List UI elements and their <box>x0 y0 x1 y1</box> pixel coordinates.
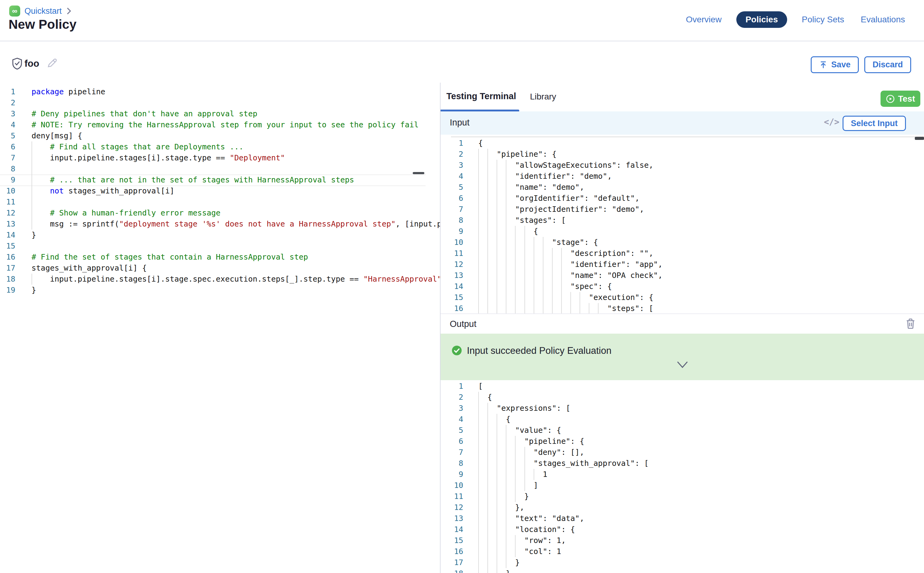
code-line[interactable]: "description": "", <box>478 248 653 259</box>
code-line[interactable]: not stages_with_approval[i] <box>31 185 174 197</box>
line-number: 5 <box>440 425 463 436</box>
code-line[interactable]: "pipeline": { <box>478 149 557 160</box>
code-line[interactable]: stages_with_approval[i] { <box>31 263 147 274</box>
code-brackets-icon[interactable]: </> <box>824 117 839 127</box>
line-number: 7 <box>440 447 463 458</box>
code-line[interactable]: "expressions": [ <box>478 403 570 414</box>
input-editor-scrollbar-thumb[interactable] <box>915 137 924 140</box>
code-line[interactable]: } <box>478 568 511 573</box>
line-number: 1 <box>0 86 15 97</box>
input-editor-scrollbar[interactable] <box>451 136 924 138</box>
code-line[interactable]: "identifier": "app", <box>478 259 662 270</box>
code-line[interactable]: # Show a human-friendly error message <box>31 208 221 219</box>
code-line[interactable]: package pipeline <box>31 86 105 97</box>
line-number: 6 <box>440 436 463 447</box>
nav-tab-policy-sets[interactable]: Policy Sets <box>800 12 846 28</box>
code-line[interactable]: # Find all stages that are Deployments .… <box>31 141 243 152</box>
code-line[interactable]: "location": { <box>478 524 575 535</box>
code-line[interactable]: "deny": [], <box>478 447 584 458</box>
policy-code-editor[interactable]: 1package pipeline23# Deny pipelines that… <box>0 83 440 573</box>
code-line[interactable]: "col": 1 <box>478 546 561 557</box>
code-line[interactable]: } <box>31 230 36 241</box>
code-line[interactable]: "text": "data", <box>478 513 584 524</box>
upload-arrow-icon <box>819 61 828 69</box>
code-line[interactable]: # ... that are not in the set of stages … <box>31 174 354 185</box>
code-line[interactable]: # Find the set of stages that contain a … <box>31 252 308 263</box>
code-line[interactable]: }, <box>478 502 525 513</box>
line-number: 9 <box>440 469 463 480</box>
code-line[interactable]: 1 <box>478 469 547 480</box>
line-number: 11 <box>440 248 463 259</box>
code-line[interactable]: "orgIdentifier": "default", <box>478 193 640 204</box>
code-line[interactable]: "projectIdentifier": "demo", <box>478 204 644 215</box>
line-number: 4 <box>0 119 15 130</box>
code-line[interactable]: "identifier": "demo", <box>478 171 612 182</box>
editor-scrollbar-thumb[interactable] <box>413 172 424 174</box>
line-number: 12 <box>440 259 463 270</box>
nav-tab-policies[interactable]: Policies <box>736 11 787 28</box>
policy-shield-icon <box>12 58 23 71</box>
code-line[interactable]: "execution": { <box>478 292 653 303</box>
code-line[interactable]: "spec": { <box>478 281 612 292</box>
code-line[interactable]: { <box>478 138 483 149</box>
code-line[interactable]: "allowStageExecutions": false, <box>478 160 653 171</box>
select-input-button[interactable]: Select Input <box>843 116 906 131</box>
code-line[interactable]: input.pipeline.stages[i].stage.type == "… <box>31 152 285 163</box>
save-button[interactable]: Save <box>811 56 859 73</box>
code-line[interactable]: } <box>31 285 36 296</box>
line-number: 11 <box>0 197 15 208</box>
line-number: 3 <box>0 108 15 119</box>
line-number: 10 <box>440 237 463 248</box>
line-number: 5 <box>440 182 463 193</box>
expand-chevron-down-icon[interactable] <box>676 360 689 370</box>
output-json-editor[interactable]: 1[2 {3 "expressions": [4 {5 "value": {6 … <box>440 380 924 573</box>
code-line[interactable]: [ <box>478 381 483 392</box>
evaluation-success-banner: Input succeeded Policy Evaluation <box>440 333 924 380</box>
code-line[interactable]: deny[msg] { <box>31 130 82 141</box>
code-line[interactable]: ] <box>478 480 538 491</box>
code-line[interactable]: "name": "OPA check", <box>478 270 662 281</box>
line-number: 6 <box>440 193 463 204</box>
code-line[interactable]: "stages": [ <box>478 215 566 226</box>
code-line[interactable]: { <box>478 392 492 403</box>
code-line[interactable]: { <box>478 226 538 237</box>
line-number: 14 <box>440 281 463 292</box>
breadcrumb-link-quickstart[interactable]: Quickstart <box>25 6 62 16</box>
save-button-label: Save <box>831 60 850 69</box>
line-number: 13 <box>440 270 463 281</box>
line-number: 12 <box>440 502 463 513</box>
line-number: 16 <box>440 303 463 313</box>
line-number: 14 <box>0 230 15 241</box>
line-number: 1 <box>440 138 463 149</box>
nav-tab-evaluations[interactable]: Evaluations <box>859 12 907 28</box>
page-title: New Policy <box>9 17 77 32</box>
code-line[interactable]: } <box>478 491 529 502</box>
code-line[interactable]: } <box>478 557 520 568</box>
code-line[interactable]: # Deny pipelines that don't have an appr… <box>31 108 257 119</box>
test-button[interactable]: Test <box>880 91 920 107</box>
code-line[interactable]: msg := sprintf("deployment stage '%s' do… <box>31 219 440 230</box>
code-line[interactable]: "steps": [ <box>478 303 653 313</box>
code-line[interactable]: "name": "demo", <box>478 182 584 193</box>
tab-testing-terminal[interactable]: Testing Terminal <box>446 91 516 101</box>
line-number: 6 <box>0 141 15 152</box>
code-line[interactable]: "stages_with_approval": [ <box>478 458 649 469</box>
harness-new-policy-page: ∞ Quickstart New Policy OverviewPolicies… <box>0 0 924 573</box>
code-line[interactable]: "pipeline": { <box>478 436 584 447</box>
discard-button[interactable]: Discard <box>864 56 911 73</box>
code-line[interactable]: "row": 1, <box>478 535 566 546</box>
input-json-editor[interactable]: 1{2 "pipeline": {3 "allowStageExecutions… <box>440 135 924 313</box>
tab-library[interactable]: Library <box>530 92 556 102</box>
header-divider <box>0 41 924 41</box>
clear-output-button[interactable] <box>905 318 916 330</box>
code-line[interactable]: "value": { <box>478 425 561 436</box>
nav-tab-overview[interactable]: Overview <box>684 12 724 28</box>
code-line[interactable]: "stage": { <box>478 237 598 248</box>
code-line[interactable]: # NOTE: Try removing the HarnessApproval… <box>31 119 418 130</box>
line-number: 10 <box>0 185 15 197</box>
code-line[interactable]: { <box>478 414 511 425</box>
play-circle-icon <box>886 94 895 103</box>
line-number: 12 <box>0 208 15 219</box>
edit-policy-name-icon[interactable] <box>47 58 58 70</box>
code-line[interactable]: input.pipeline.stages[i].stage.spec.exec… <box>31 274 440 285</box>
